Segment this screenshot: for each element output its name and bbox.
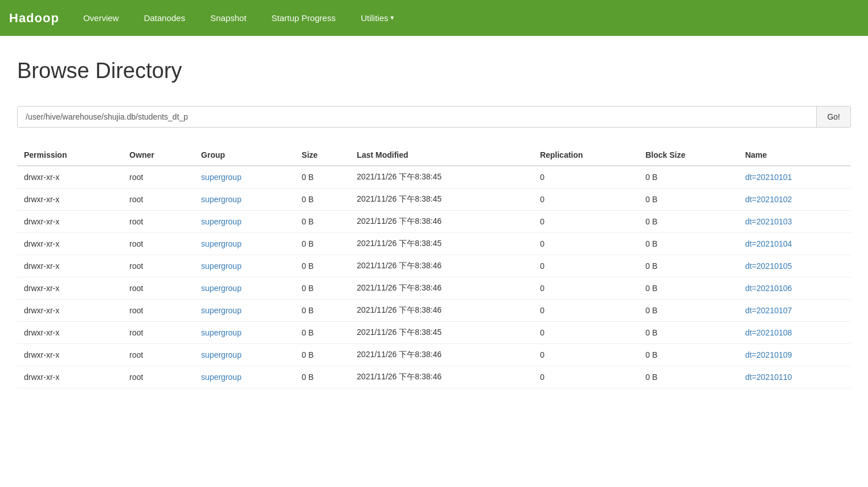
cell-owner-8: root: [123, 344, 194, 366]
cell-owner-6: root: [123, 300, 194, 322]
table-row: drwxr-xr-xrootsupergroup0 B2021/11/26 下午…: [17, 211, 851, 233]
cell-name-9[interactable]: dt=20210110: [738, 366, 851, 388]
col-header-owner: Owner: [123, 145, 194, 166]
cell-size-0: 0 B: [295, 166, 350, 189]
cell-permission-4: drwxr-xr-x: [17, 255, 123, 277]
nav-item-utilities[interactable]: Utilities: [348, 0, 406, 36]
table-header: Permission Owner Group Size Last Modifie…: [17, 145, 851, 166]
col-header-block-size: Block Size: [638, 145, 738, 166]
cell-name-3[interactable]: dt=20210104: [738, 233, 851, 255]
page-title: Browse Directory: [17, 59, 851, 83]
table-row: drwxr-xr-xrootsupergroup0 B2021/11/26 下午…: [17, 344, 851, 366]
cell-permission-6: drwxr-xr-x: [17, 300, 123, 322]
cell-permission-1: drwxr-xr-x: [17, 189, 123, 211]
cell-block_size-8: 0 B: [638, 344, 738, 366]
nav-item-snapshot[interactable]: Snapshot: [198, 0, 259, 36]
cell-replication-2: 0: [533, 211, 638, 233]
table-row: drwxr-xr-xrootsupergroup0 B2021/11/26 下午…: [17, 322, 851, 344]
cell-permission-3: drwxr-xr-x: [17, 233, 123, 255]
table-row: drwxr-xr-xrootsupergroup0 B2021/11/26 下午…: [17, 300, 851, 322]
cell-owner-3: root: [123, 233, 194, 255]
navbar-brand[interactable]: Hadoop: [9, 11, 59, 26]
cell-group-4: supergroup: [194, 255, 295, 277]
cell-block_size-0: 0 B: [638, 166, 738, 189]
cell-replication-5: 0: [533, 277, 638, 300]
cell-block_size-7: 0 B: [638, 322, 738, 344]
nav-item-datanodes[interactable]: Datanodes: [131, 0, 198, 36]
cell-size-1: 0 B: [295, 189, 350, 211]
table-row: drwxr-xr-xrootsupergroup0 B2021/11/26 下午…: [17, 366, 851, 388]
cell-name-7[interactable]: dt=20210108: [738, 322, 851, 344]
cell-size-6: 0 B: [295, 300, 350, 322]
table-row: drwxr-xr-xrootsupergroup0 B2021/11/26 下午…: [17, 189, 851, 211]
col-header-permission: Permission: [17, 145, 123, 166]
cell-permission-9: drwxr-xr-x: [17, 366, 123, 388]
nav-link-datanodes[interactable]: Datanodes: [131, 0, 198, 36]
cell-replication-7: 0: [533, 322, 638, 344]
table-row: drwxr-xr-xrootsupergroup0 B2021/11/26 下午…: [17, 166, 851, 189]
nav-item-overview[interactable]: Overview: [71, 0, 132, 36]
navbar-nav: Overview Datanodes Snapshot Startup Prog…: [71, 0, 406, 36]
cell-last_modified-1: 2021/11/26 下午8:38:45: [350, 189, 533, 211]
nav-link-overview[interactable]: Overview: [71, 0, 132, 36]
cell-group-7: supergroup: [194, 322, 295, 344]
cell-size-9: 0 B: [295, 366, 350, 388]
path-input[interactable]: [18, 107, 816, 127]
cell-block_size-4: 0 B: [638, 255, 738, 277]
cell-permission-8: drwxr-xr-x: [17, 344, 123, 366]
cell-last_modified-5: 2021/11/26 下午8:38:46: [350, 277, 533, 300]
nav-item-startup-progress[interactable]: Startup Progress: [259, 0, 348, 36]
cell-last_modified-3: 2021/11/26 下午8:38:45: [350, 233, 533, 255]
cell-replication-0: 0: [533, 166, 638, 189]
cell-name-0[interactable]: dt=20210101: [738, 166, 851, 189]
cell-name-5[interactable]: dt=20210106: [738, 277, 851, 300]
cell-size-7: 0 B: [295, 322, 350, 344]
cell-name-4[interactable]: dt=20210105: [738, 255, 851, 277]
cell-name-6[interactable]: dt=20210107: [738, 300, 851, 322]
col-header-replication: Replication: [533, 145, 638, 166]
cell-size-4: 0 B: [295, 255, 350, 277]
cell-size-2: 0 B: [295, 211, 350, 233]
cell-name-2[interactable]: dt=20210103: [738, 211, 851, 233]
cell-permission-0: drwxr-xr-x: [17, 166, 123, 189]
col-header-group: Group: [194, 145, 295, 166]
go-button[interactable]: Go!: [816, 107, 850, 127]
cell-owner-7: root: [123, 322, 194, 344]
cell-size-3: 0 B: [295, 233, 350, 255]
directory-table: Permission Owner Group Size Last Modifie…: [17, 145, 851, 388]
cell-permission-5: drwxr-xr-x: [17, 277, 123, 300]
cell-group-1: supergroup: [194, 189, 295, 211]
table-row: drwxr-xr-xrootsupergroup0 B2021/11/26 下午…: [17, 277, 851, 300]
cell-group-5: supergroup: [194, 277, 295, 300]
table-row: drwxr-xr-xrootsupergroup0 B2021/11/26 下午…: [17, 255, 851, 277]
main-content: Browse Directory Go! Permission Owner Gr…: [0, 36, 868, 406]
cell-last_modified-4: 2021/11/26 下午8:38:46: [350, 255, 533, 277]
table-header-row: Permission Owner Group Size Last Modifie…: [17, 145, 851, 166]
cell-name-8[interactable]: dt=20210109: [738, 344, 851, 366]
cell-owner-1: root: [123, 189, 194, 211]
navbar: Hadoop Overview Datanodes Snapshot Start…: [0, 0, 868, 36]
cell-replication-9: 0: [533, 366, 638, 388]
cell-last_modified-8: 2021/11/26 下午8:38:46: [350, 344, 533, 366]
cell-group-2: supergroup: [194, 211, 295, 233]
col-header-name: Name: [738, 145, 851, 166]
cell-group-0: supergroup: [194, 166, 295, 189]
cell-replication-1: 0: [533, 189, 638, 211]
nav-link-utilities[interactable]: Utilities: [348, 0, 406, 36]
nav-link-snapshot[interactable]: Snapshot: [198, 0, 259, 36]
cell-replication-8: 0: [533, 344, 638, 366]
cell-group-9: supergroup: [194, 366, 295, 388]
cell-last_modified-7: 2021/11/26 下午8:38:45: [350, 322, 533, 344]
cell-block_size-1: 0 B: [638, 189, 738, 211]
cell-name-1[interactable]: dt=20210102: [738, 189, 851, 211]
table-body: drwxr-xr-xrootsupergroup0 B2021/11/26 下午…: [17, 166, 851, 388]
cell-last_modified-0: 2021/11/26 下午8:38:45: [350, 166, 533, 189]
cell-block_size-6: 0 B: [638, 300, 738, 322]
cell-block_size-2: 0 B: [638, 211, 738, 233]
table-row: drwxr-xr-xrootsupergroup0 B2021/11/26 下午…: [17, 233, 851, 255]
nav-link-startup-progress[interactable]: Startup Progress: [259, 0, 348, 36]
cell-block_size-5: 0 B: [638, 277, 738, 300]
cell-block_size-9: 0 B: [638, 366, 738, 388]
cell-group-3: supergroup: [194, 233, 295, 255]
cell-replication-3: 0: [533, 233, 638, 255]
